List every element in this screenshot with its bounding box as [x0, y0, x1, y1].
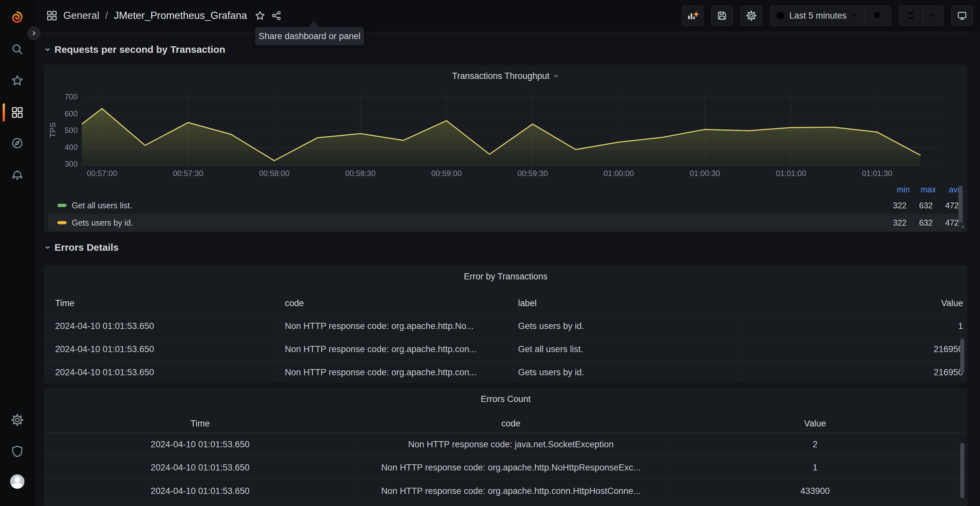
cell-label: Gets users by id.: [518, 321, 584, 331]
column-header[interactable]: label: [518, 298, 537, 308]
y-tick-label: 500: [48, 126, 78, 135]
legend-avg-value: 472: [926, 200, 959, 210]
refresh-interval-dropdown[interactable]: [923, 6, 943, 25]
legend-series-label[interactable]: Gets users by id.: [72, 218, 133, 228]
panel-title-menu[interactable]: Transactions Throughput: [45, 69, 967, 83]
star-dashboard-button[interactable]: [255, 10, 265, 21]
chevron-down-icon: [553, 73, 559, 79]
dashboard-settings-button[interactable]: [741, 6, 762, 26]
refresh-icon: [905, 10, 916, 21]
apps-grid-icon[interactable]: [46, 10, 57, 21]
cell-value: 2: [666, 439, 964, 449]
sidebar-expand-button[interactable]: [27, 27, 40, 40]
y-tick-label: 400: [48, 143, 78, 152]
column-header[interactable]: code: [356, 418, 666, 428]
sidebar-item-alerting[interactable]: [11, 168, 24, 181]
cell-time: 2024-04-10 01:01:53.650: [45, 439, 356, 449]
column-header[interactable]: Time: [45, 418, 356, 428]
section-requests-per-second[interactable]: Requests per second by Transaction: [44, 42, 226, 57]
star-icon: [11, 75, 24, 87]
throughput-chart[interactable]: [82, 93, 943, 167]
panel-title: Transactions Throughput: [452, 71, 550, 81]
add-panel-button[interactable]: [682, 6, 703, 26]
table-header-row: Time code label Value: [45, 292, 967, 314]
dashboard-header: General / JMeter_Prometheus_Grafana: [35, 0, 980, 31]
table-row: 2024-04-10 01:01:53.650 Non HTTP respons…: [45, 432, 967, 456]
table-row: 2024-04-10 01:01:53.650 Non HTTP respons…: [45, 479, 967, 503]
sidebar-item-explore[interactable]: [11, 136, 24, 150]
x-tick-label: 01:01:00: [765, 169, 817, 178]
save-icon: [717, 10, 727, 21]
sidebar-item-dashboards[interactable]: [11, 106, 24, 119]
legend-avg-value: 472: [926, 218, 959, 228]
column-divider: [514, 314, 514, 384]
avatar-body: [11, 483, 23, 489]
column-header[interactable]: code: [285, 298, 304, 308]
column-header[interactable]: Value: [941, 298, 963, 308]
x-tick-label: 00:57:30: [162, 169, 214, 178]
sidebar-item-search[interactable]: [11, 43, 24, 56]
breadcrumb-folder[interactable]: General: [63, 10, 99, 22]
grafana-logo-icon: [11, 10, 24, 25]
legend-row: Gets users by id. 322 632 472: [48, 214, 964, 232]
series-color-swatch: [57, 221, 67, 224]
dashboard-content: Requests per second by Transaction Trans…: [35, 31, 980, 506]
cycle-view-mode-button[interactable]: [951, 6, 973, 26]
column-divider: [666, 432, 666, 502]
cell-value: 216950: [934, 367, 963, 377]
save-dashboard-button[interactable]: [711, 6, 733, 26]
section-title: Errors Details: [54, 242, 119, 253]
cell-code: Non HTTP response code: org.apache.http.…: [285, 321, 474, 331]
panel-errors-count: Errors Count Time code Value 2024-04-10 …: [44, 388, 967, 506]
legend-scrollbar-thumb[interactable]: [958, 186, 963, 223]
share-dashboard-button[interactable]: [271, 10, 282, 21]
panel-title-menu[interactable]: Error by Transactions: [45, 270, 967, 283]
star-icon: [255, 10, 265, 21]
user-avatar[interactable]: [10, 474, 24, 489]
zoom-out-time-button[interactable]: [864, 6, 891, 25]
chevron-down-icon: [929, 12, 937, 19]
cell-code: Non HTTP response code: org.apache.http.…: [356, 486, 666, 496]
table-row: 2024-04-10 01:01:53.650 Non HTTP respons…: [45, 360, 967, 384]
time-picker-group: Last 5 minutes: [770, 6, 891, 26]
time-range-picker[interactable]: Last 5 minutes: [770, 6, 864, 25]
x-tick-label: 00:58:00: [248, 169, 301, 178]
series-color-swatch: [57, 204, 67, 207]
table-scrollbar-thumb[interactable]: [960, 443, 964, 498]
column-header[interactable]: Value: [666, 418, 964, 428]
table-row: 2024-04-10 01:01:53.650 Non HTTP respons…: [45, 314, 967, 338]
panel-resize-handle[interactable]: [959, 223, 965, 230]
grafana-logo[interactable]: [11, 11, 24, 24]
compass-explore-icon: [11, 137, 24, 149]
section-errors-details[interactable]: Errors Details: [44, 240, 119, 255]
column-divider: [741, 314, 741, 384]
monitor-icon: [957, 10, 967, 21]
sidebar-item-starred[interactable]: [11, 74, 24, 87]
sidebar-item-configuration[interactable]: [11, 413, 24, 427]
refresh-dashboard-button[interactable]: [899, 6, 923, 25]
dashboards-grid-icon: [11, 106, 24, 119]
column-header[interactable]: Time: [55, 298, 75, 308]
cell-value: 1: [666, 463, 964, 473]
chevron-down-icon: [44, 46, 51, 53]
chevron-down-icon: [851, 12, 859, 19]
bell-alerting-icon: [11, 168, 24, 181]
search-icon: [11, 43, 24, 56]
cell-time: 2024-04-10 01:01:53.650: [45, 463, 356, 473]
panel-title-menu[interactable]: Errors Count: [45, 392, 967, 406]
legend-series-label[interactable]: Get all users list.: [72, 200, 132, 210]
cell-code: Non HTTP response code: org.apache.http.…: [285, 344, 477, 354]
sidebar-item-server-admin[interactable]: [11, 445, 24, 458]
refresh-group: [899, 6, 943, 26]
y-tick-label: 600: [48, 109, 78, 118]
gear-icon: [11, 414, 24, 426]
legend-row: Get all users list. 322 632 472: [48, 197, 964, 214]
cell-time: 2024-04-10 01:01:53.650: [55, 321, 154, 331]
table-scrollbar-thumb[interactable]: [960, 339, 964, 373]
breadcrumb-separator: /: [105, 10, 108, 22]
share-tooltip: Share dashboard or panel: [255, 27, 364, 45]
legend-sort-avg[interactable]: avg: [929, 185, 962, 195]
x-tick-label: 01:00:30: [679, 169, 731, 178]
cell-label: Get all users list.: [518, 344, 583, 354]
dashboard-toolbar: Last 5 minutes: [682, 6, 973, 26]
